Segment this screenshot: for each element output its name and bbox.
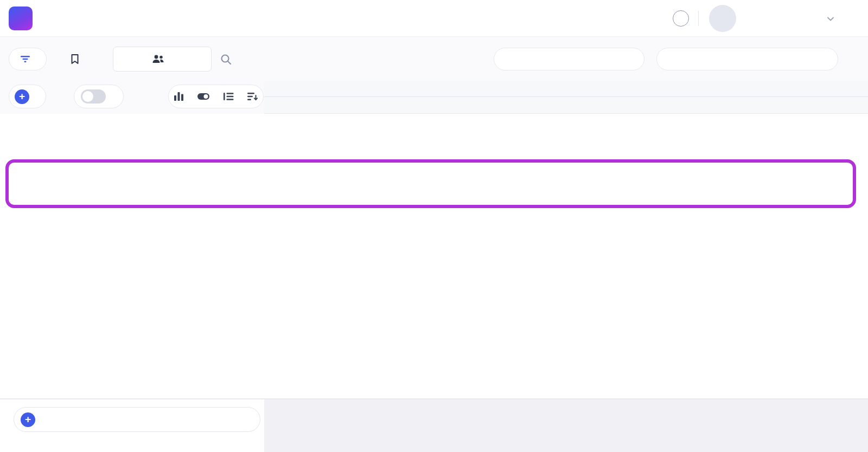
app-logo-icon[interactable]	[9, 7, 33, 30]
new-button[interactable]: +	[9, 85, 46, 108]
filter-button[interactable]	[9, 48, 47, 70]
toggle-view-icon[interactable]	[197, 93, 210, 100]
new-person-button[interactable]: +	[14, 407, 260, 432]
team-icon	[152, 55, 164, 63]
plus-icon: +	[15, 89, 29, 104]
display-options-group	[168, 85, 264, 108]
timeline-grid-area	[264, 399, 868, 452]
timeline-header	[264, 81, 868, 114]
account-chevron-down-icon[interactable]	[827, 15, 834, 23]
team-filter-chip[interactable]	[113, 47, 212, 72]
bookmark-icon	[71, 54, 79, 64]
bar-chart-icon[interactable]	[174, 92, 184, 101]
toggle-knob	[82, 91, 93, 102]
list-view-icon[interactable]	[223, 92, 234, 101]
row-highlight-annotation	[5, 159, 856, 208]
tentative-toggle-group	[74, 85, 124, 108]
timeline-pager	[494, 48, 644, 70]
view-switcher	[656, 48, 838, 70]
search-icon	[220, 54, 232, 65]
plus-icon: +	[21, 412, 35, 427]
account-avatar[interactable]	[709, 5, 736, 32]
search-box	[220, 48, 402, 70]
help-icon[interactable]	[673, 10, 689, 27]
save-view-button[interactable]	[71, 48, 83, 70]
dates-row	[264, 97, 868, 114]
filter-icon	[20, 55, 30, 63]
top-nav	[0, 0, 868, 37]
search-input[interactable]	[239, 53, 402, 66]
footer: +	[0, 398, 868, 452]
tentative-toggle[interactable]	[81, 89, 106, 104]
divider	[698, 11, 699, 26]
app-root: +	[0, 0, 868, 452]
sort-order-icon[interactable]	[247, 92, 258, 101]
months-row	[264, 81, 868, 97]
